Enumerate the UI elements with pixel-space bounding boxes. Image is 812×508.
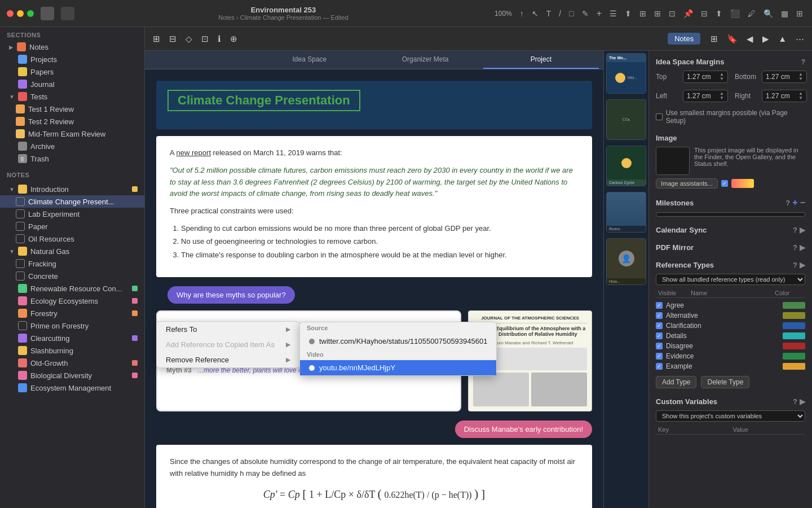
clarification-checkbox[interactable]	[656, 322, 663, 329]
panel-icon[interactable]: ▦	[779, 8, 791, 19]
custom-vars-expand-icon[interactable]: ▶	[800, 397, 805, 406]
milestones-add-icon[interactable]: +	[792, 198, 797, 208]
sidebar-item-climate[interactable]: Climate Change Present...	[0, 195, 144, 208]
text-icon[interactable]: T	[544, 8, 554, 19]
ctx-twitter[interactable]: twitter.com/KHayhoe/status/1105500750593…	[300, 334, 497, 349]
lock-btn[interactable]: ⊡	[198, 32, 212, 46]
bookmark-icon[interactable]: ⊡	[667, 8, 678, 19]
pdf-help-icon[interactable]: ?	[793, 243, 797, 252]
right-down[interactable]: ▼	[798, 96, 803, 100]
table-icon[interactable]: ⊞	[637, 8, 648, 19]
list-view-btn[interactable]: ⊟	[166, 32, 180, 46]
thumb-3[interactable]: Carbon Cycle	[606, 146, 646, 186]
right-spinner[interactable]: ▲ ▼	[798, 91, 803, 100]
maximize-button[interactable]	[27, 10, 34, 17]
top-input[interactable]: 1.27 cm ▲ ▼	[683, 71, 728, 83]
sidebar-item-naturalgas[interactable]: ▼ Natural Gas	[0, 245, 144, 257]
left-input[interactable]: 1.27 cm ▲ ▼	[683, 90, 728, 102]
sidebar-item-primeon[interactable]: Prime on Forestry	[0, 319, 144, 332]
thumb-2[interactable]: CO₂	[606, 99, 646, 140]
milestones-help-icon[interactable]: ?	[785, 199, 790, 207]
highlight-icon[interactable]: ⬛	[728, 8, 742, 19]
ref-type-dropdown[interactable]: Show all bundled reference types (read o…	[656, 274, 805, 285]
right-input[interactable]: 1.27 cm ▲ ▼	[762, 90, 807, 102]
shapes-icon[interactable]: □	[567, 8, 576, 19]
left-spinner[interactable]: ▲ ▼	[720, 91, 724, 100]
note-icon[interactable]: 🖊	[745, 8, 758, 19]
sidebar-item-introduction[interactable]: ▼ Introduction	[0, 183, 144, 195]
sidebar-item-journal[interactable]: Journal	[0, 78, 144, 90]
share-icon[interactable]: ⬆	[623, 8, 634, 19]
example-checkbox[interactable]	[656, 363, 663, 370]
scroll-up-btn[interactable]: ▲	[775, 32, 790, 46]
sidebar-item-notes[interactable]: ▶ Notes	[0, 41, 144, 53]
margins-help-icon[interactable]: ?	[801, 58, 805, 66]
milestones-remove-icon[interactable]: −	[800, 198, 805, 208]
details-checkbox[interactable]	[656, 332, 663, 339]
sidebar-item-ecosystem[interactable]: Ecosystem Management	[0, 382, 144, 394]
ctx-add-reference[interactable]: Add Reference to Copied Item As ▶	[157, 337, 299, 352]
agree-checkbox[interactable]	[656, 302, 663, 309]
alternative-checkbox[interactable]	[656, 312, 663, 319]
evidence-checkbox[interactable]	[656, 353, 663, 360]
format-icon[interactable]: ⊟	[699, 8, 710, 19]
top-down[interactable]: ▼	[720, 77, 724, 81]
tab-idea-space[interactable]: Idea Space	[251, 51, 367, 69]
close-button[interactable]	[7, 10, 14, 17]
sidebar-item-oil[interactable]: Oil Resources	[0, 233, 144, 245]
minimize-button[interactable]	[17, 10, 24, 17]
sidebar-toggle-icon[interactable]	[61, 7, 74, 20]
thumb-5[interactable]: 👤 How...	[606, 238, 646, 285]
sidebar-item-fracking[interactable]: Fracking	[0, 257, 144, 270]
add-type-btn[interactable]: Add Type	[656, 376, 696, 388]
sidebar-item-ecology[interactable]: Ecology Ecosystems	[0, 295, 144, 307]
share2-icon[interactable]: ⬆	[713, 8, 725, 19]
bottom-spinner[interactable]: ▲ ▼	[798, 72, 803, 81]
tab-organizer-meta[interactable]: Organizer Meta	[368, 51, 483, 69]
list-icon[interactable]: ☰	[607, 8, 619, 19]
nav-right-btn[interactable]: ▶	[759, 32, 773, 46]
disagree-checkbox[interactable]	[656, 343, 663, 349]
sidebar-item-midterm[interactable]: Mid-Term Exam Review	[0, 128, 144, 140]
sidebar-item-concrete[interactable]: Concrete	[0, 270, 144, 282]
custom-vars-help-icon[interactable]: ?	[793, 397, 797, 406]
sidebar-item-forestry[interactable]: Forestry	[0, 307, 144, 319]
left-down[interactable]: ▼	[720, 96, 724, 100]
move-btn[interactable]: ⊕	[227, 32, 241, 46]
grid-view-btn[interactable]: ⊞	[149, 32, 164, 46]
sidebar-item-slashburning[interactable]: Slashburning	[0, 344, 144, 357]
ctx-remove-reference[interactable]: Remove Reference ▶	[157, 352, 299, 367]
notes-toolbar-btn[interactable]: Notes	[668, 33, 700, 45]
sidebar-item-test2[interactable]: Test 2 Review	[0, 115, 144, 128]
image-assistants-btn[interactable]: Image assistants...	[656, 178, 718, 189]
ctx-youtube[interactable]: youtu.be/nnMJedLHjpY	[300, 360, 497, 375]
sidebar-item-tests[interactable]: ▼ Tests	[0, 90, 144, 103]
image-assistants-checkbox[interactable]	[721, 180, 728, 187]
sidebar-item-archive[interactable]: Archive	[0, 140, 144, 152]
pen-icon[interactable]: ✎	[580, 8, 591, 19]
cursor-icon[interactable]: ↖	[529, 8, 541, 19]
ref-help-icon[interactable]: ?	[793, 261, 797, 269]
grid-icon[interactable]: ⊞	[652, 8, 663, 19]
tag-btn[interactable]: ◇	[182, 32, 196, 46]
ctx-refers-to[interactable]: Refers To ▶ Source twitter.com/KHayhoe/s…	[157, 322, 299, 337]
sidebar-item-clearcutting[interactable]: Clearcutting	[0, 332, 144, 344]
top-spinner[interactable]: ▲ ▼	[720, 72, 724, 81]
calendar-help-icon[interactable]: ?	[793, 226, 797, 234]
ref-expand-icon[interactable]: ▶	[800, 261, 805, 269]
margins-checkbox[interactable]	[656, 113, 663, 120]
custom-vars-dropdown[interactable]: Show this project's custom variables	[656, 410, 805, 422]
thumb-4[interactable]: Rivers	[606, 192, 646, 233]
export-icon[interactable]: ↑	[518, 8, 526, 19]
panel-split-btn[interactable]: ⊞	[707, 32, 721, 46]
bottom-down[interactable]: ▼	[798, 77, 803, 81]
sidebar-item-papers[interactable]: Papers	[0, 65, 144, 78]
sidebar-item-biodiversity[interactable]: Biological Diversity	[0, 369, 144, 382]
delete-type-btn[interactable]: Delete Type	[701, 376, 749, 388]
pdf-expand-icon[interactable]: ▶	[800, 243, 805, 252]
zoom-selector[interactable]: 100%	[492, 8, 514, 19]
sidebar-item-lab[interactable]: Lab Experiment	[0, 208, 144, 220]
thumb-1[interactable]: The Wo... Mid...	[606, 53, 646, 94]
tab-project[interactable]: Project	[483, 51, 599, 69]
add-icon[interactable]: +	[594, 7, 604, 20]
